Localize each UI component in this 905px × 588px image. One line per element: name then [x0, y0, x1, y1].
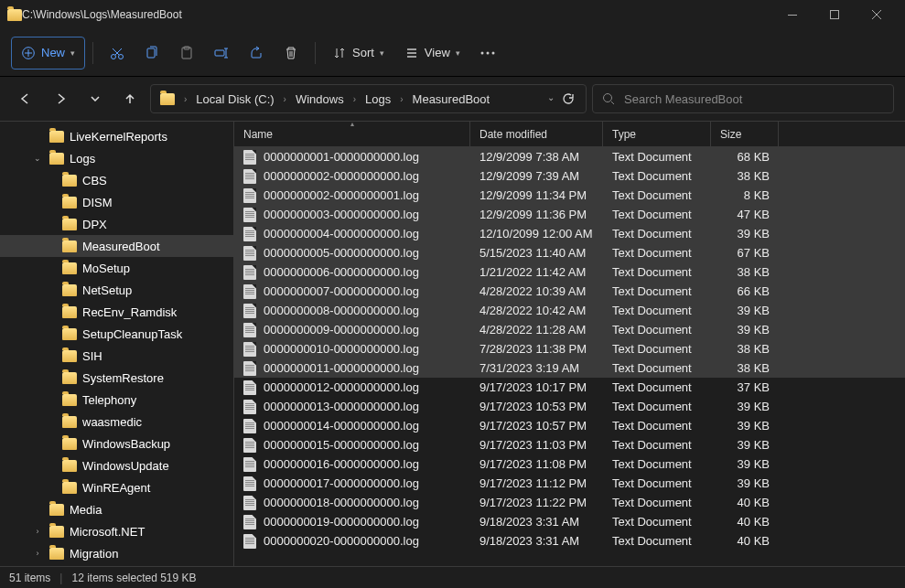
breadcrumb-segment[interactable]: Windows	[290, 91, 350, 108]
file-name-cell: 0000000020-0000000000.log	[234, 534, 470, 549]
folder-icon	[62, 306, 77, 318]
close-button[interactable]	[856, 0, 898, 29]
file-row[interactable]: 0000000014-0000000000.log9/17/2023 10:57…	[234, 416, 905, 435]
column-header-type[interactable]: Type	[603, 122, 711, 146]
file-row[interactable]: 0000000018-0000000000.log9/17/2023 11:22…	[234, 493, 905, 512]
file-type-cell: Text Document	[603, 169, 711, 183]
expand-icon[interactable]: ›	[31, 527, 44, 536]
new-button[interactable]: New ▾	[11, 37, 85, 69]
tree-item[interactable]: ›Microsoft.NET	[0, 520, 233, 542]
file-date-cell: 4/28/2022 10:39 AM	[470, 284, 603, 298]
column-header-name[interactable]: Name▴	[234, 122, 470, 146]
file-row[interactable]: 0000000019-0000000000.log9/18/2023 3:31 …	[234, 512, 905, 531]
titlebar: C:\Windows\Logs\MeasuredBoot	[0, 0, 905, 29]
search-box[interactable]	[592, 84, 894, 113]
file-icon	[243, 534, 256, 549]
file-row[interactable]: 0000000002-0000000001.log12/9/2099 11:34…	[234, 186, 905, 205]
tree-item[interactable]: ⌄Logs	[0, 147, 233, 169]
tree-item[interactable]: WindowsBackup	[0, 433, 233, 454]
breadcrumb[interactable]: › Local Disk (C:) › Windows › Logs › Mea…	[150, 84, 587, 113]
search-icon	[602, 92, 615, 105]
file-row[interactable]: 0000000008-0000000000.log4/28/2022 10:42…	[234, 301, 905, 320]
folder-icon	[62, 460, 77, 472]
file-size-cell: 38 KB	[711, 265, 779, 279]
minimize-button[interactable]	[771, 0, 813, 29]
rename-button[interactable]	[205, 37, 238, 69]
file-row[interactable]: 0000000006-0000000000.log1/21/2022 11:42…	[234, 262, 905, 282]
file-row[interactable]: 0000000001-0000000000.log12/9/2099 7:38 …	[234, 147, 905, 166]
tree-item-label: LiveKernelReports	[70, 130, 167, 144]
column-header-size[interactable]: Size	[711, 122, 779, 146]
file-row[interactable]: 0000000005-0000000000.log5/15/2023 11:40…	[234, 243, 905, 262]
copy-button[interactable]	[135, 37, 168, 69]
maximize-button[interactable]	[813, 0, 856, 29]
file-type-cell: Text Document	[603, 438, 711, 452]
tree-item[interactable]: LiveKernelReports	[0, 125, 233, 147]
file-row[interactable]: 0000000002-0000000000.log12/9/2099 7:39 …	[234, 166, 905, 186]
file-icon	[243, 227, 256, 241]
tree-item[interactable]: Media	[0, 498, 233, 520]
chevron-down-icon[interactable]: ⌄	[547, 92, 555, 105]
delete-button[interactable]	[275, 37, 307, 69]
search-input[interactable]	[624, 92, 884, 106]
file-row[interactable]: 0000000003-0000000000.log12/9/2099 11:36…	[234, 205, 905, 224]
expand-icon[interactable]: ›	[31, 549, 44, 558]
forward-button[interactable]	[46, 84, 75, 113]
tree-item[interactable]: CBS	[0, 169, 233, 191]
file-row[interactable]: 0000000010-0000000000.log7/28/2023 11:38…	[234, 339, 905, 358]
tree-panel[interactable]: LiveKernelReports⌄LogsCBSDISMDPXMeasured…	[0, 122, 234, 566]
recent-button[interactable]	[81, 84, 110, 113]
view-label: View	[425, 46, 450, 59]
file-name-cell: 0000000015-0000000000.log	[234, 438, 470, 453]
tree-item[interactable]: DPX	[0, 213, 233, 235]
folder-icon	[62, 219, 77, 230]
column-header-date[interactable]: Date modified	[470, 122, 603, 146]
file-icon	[243, 150, 256, 165]
cut-button[interactable]	[101, 37, 134, 69]
tree-item-label: waasmedic	[82, 415, 142, 429]
file-row[interactable]: 0000000004-0000000000.log12/10/2099 12:0…	[234, 224, 905, 243]
sort-button[interactable]: Sort ▾	[323, 37, 393, 69]
file-row[interactable]: 0000000011-0000000000.log7/31/2023 3:19 …	[234, 358, 905, 378]
up-button[interactable]	[115, 84, 145, 113]
divider	[315, 42, 316, 64]
file-row[interactable]: 0000000012-0000000000.log9/17/2023 10:17…	[234, 378, 905, 397]
folder-icon	[49, 526, 64, 538]
more-button[interactable]	[471, 37, 504, 69]
tree-item[interactable]: SystemRestore	[0, 367, 233, 389]
file-rows[interactable]: 0000000001-0000000000.log12/9/2099 7:38 …	[234, 147, 905, 566]
file-row[interactable]: 0000000007-0000000000.log4/28/2022 10:39…	[234, 282, 905, 301]
tree-item[interactable]: RecEnv_Ramdisk	[0, 301, 233, 323]
tree-item[interactable]: waasmedic	[0, 411, 233, 433]
tree-item[interactable]: SIH	[0, 345, 233, 367]
file-row[interactable]: 0000000020-0000000000.log9/18/2023 3:31 …	[234, 531, 905, 551]
tree-item[interactable]: ›Migration	[0, 542, 233, 564]
tree-item[interactable]: MoSetup	[0, 257, 233, 279]
expand-icon[interactable]: ⌄	[31, 154, 44, 163]
file-row[interactable]: 0000000013-0000000000.log9/17/2023 10:53…	[234, 397, 905, 416]
refresh-button[interactable]	[562, 92, 575, 105]
file-icon	[243, 380, 256, 395]
new-label: New	[41, 46, 65, 59]
file-row[interactable]: 0000000016-0000000000.log9/17/2023 11:08…	[234, 454, 905, 474]
tree-item[interactable]: DISM	[0, 191, 233, 213]
file-icon	[243, 476, 256, 491]
view-button[interactable]: View ▾	[395, 37, 469, 69]
tree-item[interactable]: NetSetup	[0, 279, 233, 301]
back-button[interactable]	[11, 84, 40, 113]
tree-item[interactable]: MeasuredBoot	[0, 235, 233, 257]
file-date-cell: 7/28/2023 11:38 PM	[470, 342, 603, 356]
tree-item[interactable]: WinREAgent	[0, 476, 233, 498]
share-button[interactable]	[240, 37, 273, 69]
breadcrumb-segment[interactable]: MeasuredBoot	[407, 91, 496, 108]
paste-button[interactable]	[170, 37, 203, 69]
file-row[interactable]: 0000000015-0000000000.log9/17/2023 11:03…	[234, 435, 905, 454]
tree-item[interactable]: Telephony	[0, 389, 233, 411]
tree-item[interactable]: WindowsUpdate	[0, 454, 233, 476]
file-row[interactable]: 0000000017-0000000000.log9/17/2023 11:12…	[234, 474, 905, 493]
breadcrumb-segment[interactable]: Logs	[360, 91, 396, 108]
file-row[interactable]: 0000000009-0000000000.log4/28/2022 11:28…	[234, 320, 905, 339]
svg-point-9	[480, 51, 483, 54]
tree-item[interactable]: SetupCleanupTask	[0, 323, 233, 345]
breadcrumb-segment[interactable]: Local Disk (C:)	[190, 91, 279, 108]
